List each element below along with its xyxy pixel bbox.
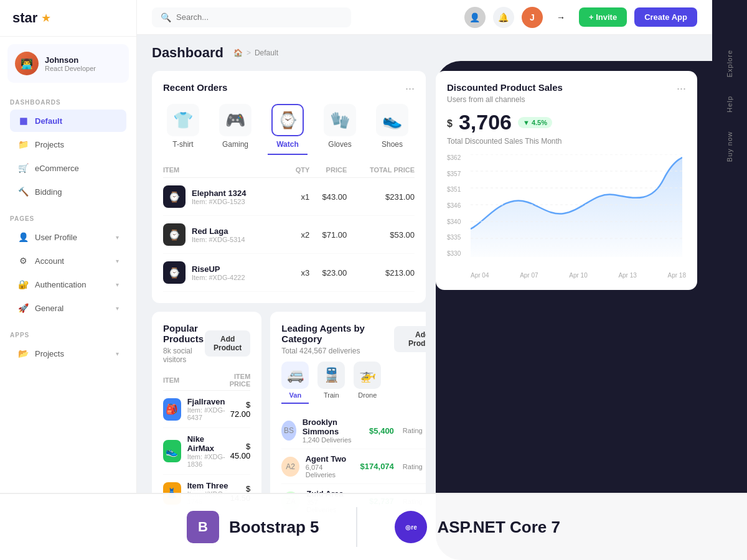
breadcrumb-separator: >	[247, 49, 251, 57]
arrow-icon[interactable]: →	[550, 7, 571, 28]
col-total: TOTAL PRICE	[347, 162, 415, 178]
van-tab-icon: 🚐	[281, 362, 309, 389]
sales-value: 3,706	[459, 110, 512, 134]
sidebar-item-label: Bidding	[35, 187, 62, 197]
rating-label: Rating	[403, 427, 423, 434]
shoes-tab-icon: 👟	[376, 104, 408, 136]
chart-x-label: Apr 07	[520, 272, 538, 279]
tab-watch[interactable]: ⌚ Watch	[268, 104, 308, 155]
more-options-icon[interactable]: ···	[405, 82, 415, 95]
item-cell: 👟 Nike AirMax Item: #XDG-1836	[163, 434, 230, 468]
table-row: 👟 Nike AirMax Item: #XDG-1836 $ 45.00	[163, 428, 250, 475]
bootstrap-promo: B Bootstrap 5	[187, 511, 319, 543]
item-cell: 🎒 Fjallraven Item: #XDG-6437	[163, 397, 230, 421]
sidebar-item-label: Account	[35, 256, 64, 266]
gloves-tab-icon: 🧤	[324, 104, 356, 136]
agent-name: Agent Two	[306, 454, 349, 464]
chart-y-labels: $362 $357 $351 $346 $340 $335 $330	[447, 154, 469, 257]
search-input[interactable]	[176, 12, 301, 22]
cart-icon: 🛒	[17, 162, 29, 174]
discounted-sales-card: Discounted Product Sales Users from all …	[436, 71, 697, 290]
chart-y-label: $357	[447, 170, 469, 177]
explore-button[interactable]: Explore	[726, 50, 733, 77]
sidebar-item-bidding[interactable]: 🔨 Bidding	[10, 180, 126, 203]
table-row: ⌚ Elephant 1324 Item: #XDG-1523 x1 $43.0…	[163, 178, 415, 216]
search-bar[interactable]: 🔍	[152, 7, 351, 27]
right-column: Discounted Product Sales Users from all …	[436, 71, 697, 550]
sidebar-item-ecommerce[interactable]: 🛒 eCommerce	[10, 157, 126, 179]
col-qty: QTY	[288, 162, 309, 178]
sidebar-item-general[interactable]: 🚀 General ▾	[10, 297, 126, 319]
folder-icon: 📁	[17, 139, 29, 150]
tab-tshirt[interactable]: 👕 T-shirt	[163, 104, 203, 155]
rating-label: Rating	[403, 463, 423, 470]
item-price: $23.00	[309, 254, 347, 292]
sidebar-item-user-profile[interactable]: 👤 User Profile ▾	[10, 226, 126, 248]
sidebar-item-default[interactable]: ▦ Default	[10, 110, 126, 132]
add-product-button[interactable]: Add Product	[205, 330, 250, 357]
sidebar-item-label: Projects	[35, 349, 64, 358]
tshirt-tab-icon: 👕	[167, 104, 199, 136]
create-app-button[interactable]: Create App	[634, 7, 697, 27]
agent-earnings: $5,400	[362, 426, 394, 436]
gaming-tab-label: Gaming	[222, 140, 248, 149]
buy-now-button[interactable]: Buy now	[726, 131, 733, 162]
sidebar: star ★ 👨‍💻 Johnson React Developer DASHB…	[0, 0, 137, 560]
tab-shoes[interactable]: 👟 Shoes	[372, 104, 412, 155]
item-cell: ⌚ RiseUP Item: #XDG-4222	[163, 261, 288, 284]
nav-section-dashboards: DASHBOARDS ▦ Default 📁 Projects 🛒 eComme…	[0, 90, 136, 207]
item-image: ⌚	[163, 223, 186, 246]
col-price: ITEM PRICE	[230, 370, 251, 391]
page-title: Dashboard	[152, 45, 223, 61]
recent-orders-card: Recent Orders ··· 👕 T-shirt 🎮 Gaming ⌚ W…	[152, 71, 426, 303]
tab-gaming[interactable]: 🎮 Gaming	[215, 104, 255, 155]
popular-products-title: Popular Products	[163, 323, 205, 344]
leading-agents-title: Leading Agents by Category	[281, 323, 393, 344]
avatar-topbar[interactable]: 👤	[464, 7, 486, 28]
sidebar-item-projects[interactable]: 📁 Projects	[10, 133, 126, 156]
bootstrap-icon: B	[187, 511, 219, 543]
sidebar-item-label: eCommerce	[35, 164, 79, 173]
add-product-button2[interactable]: Add Product	[394, 326, 426, 352]
tab-van[interactable]: 🚐 Van	[281, 362, 309, 404]
breadcrumb-current: Default	[255, 49, 278, 57]
item-details: Elephant 1324 Item: #XDG-1523	[192, 189, 246, 205]
user-icon: 👤	[17, 231, 29, 243]
item-image: ⌚	[163, 185, 186, 208]
user-avatar-topbar[interactable]: J	[522, 7, 543, 28]
sidebar-item-projects-app[interactable]: 📂 Projects ▾	[10, 342, 126, 365]
agent-avatar: BS	[281, 421, 296, 441]
logo-text: star	[12, 10, 37, 26]
notification-icon[interactable]: 🔔	[493, 7, 514, 28]
train-tab-label: Train	[324, 391, 339, 399]
item-qty: x2	[288, 216, 309, 254]
chart-x-label: Apr 18	[668, 272, 686, 279]
agent-deliveries: 1,240 Deliveries	[303, 436, 356, 444]
item-id: Item: #XDG-6437	[187, 406, 230, 421]
discounted-sales-header: Discounted Product Sales Users from all …	[447, 82, 563, 104]
item-name: Item Three	[187, 481, 230, 490]
item-price: $ 72.00	[230, 391, 251, 428]
invite-button[interactable]: + Invite	[579, 7, 627, 27]
item-cell: ⌚ Red Laga Item: #XDG-5314	[163, 223, 288, 246]
tab-gloves[interactable]: 🧤 Gloves	[320, 104, 360, 155]
logo: star ★	[0, 0, 136, 37]
sidebar-item-account[interactable]: ⚙ Account ▾	[10, 250, 126, 272]
asp-text: ASP.NET Core 7	[437, 518, 560, 537]
help-button[interactable]: Help	[726, 96, 733, 113]
chart-x-label: Apr 10	[569, 272, 587, 279]
tab-train[interactable]: 🚆 Train	[317, 362, 345, 404]
sidebar-item-label: General	[35, 304, 63, 313]
section-title-dashboards: DASHBOARDS	[10, 99, 126, 106]
tab-drone[interactable]: 🚁 Drone	[354, 362, 381, 404]
hammer-icon: 🔨	[17, 186, 29, 197]
sidebar-item-authentication[interactable]: 🔐 Authentication ▾	[10, 273, 126, 296]
item-details: Nike AirMax Item: #XDG-1836	[187, 434, 230, 468]
sidebar-item-label: Authentication	[35, 280, 86, 289]
currency-symbol: $	[447, 118, 453, 129]
item-image: ⌚	[163, 261, 186, 284]
agent-row: A2 Agent Two 6,074 Deliveries $174,074 R…	[281, 449, 426, 484]
user-card[interactable]: 👨‍💻 Johnson React Developer	[7, 44, 129, 83]
item-total: $231.00	[347, 178, 415, 216]
more-options-icon2[interactable]: ···	[677, 82, 686, 95]
